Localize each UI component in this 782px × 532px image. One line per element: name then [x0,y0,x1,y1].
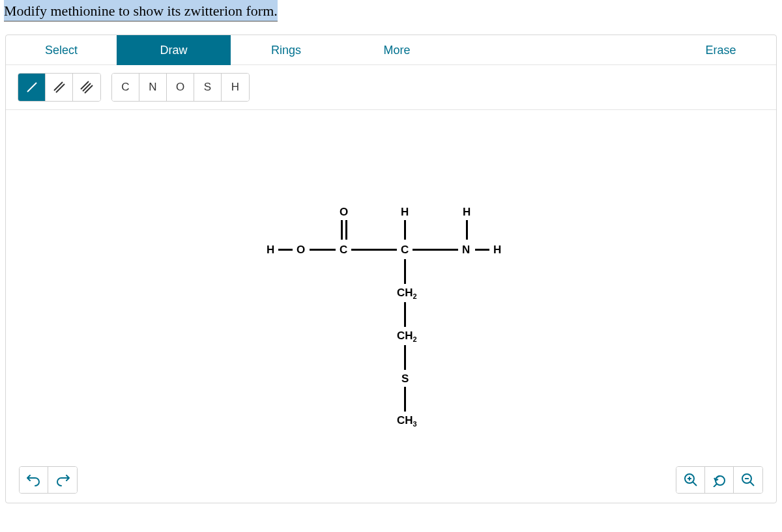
history-controls [19,466,78,494]
undo-button[interactable] [20,467,48,493]
zoom-controls [676,466,763,494]
svg-line-11 [714,484,717,487]
atom-c-button[interactable]: C [112,74,139,101]
svg-line-13 [750,482,754,486]
tab-erase[interactable]: Erase [665,35,776,65]
atom-group: C N O S H [111,73,250,102]
zoom-in-icon [684,473,698,487]
bond [278,249,293,251]
atom-ch3: CH3 [397,414,417,428]
svg-line-0 [27,83,36,92]
svg-line-5 [85,85,93,93]
zoom-reset-button[interactable] [705,467,734,493]
atom-n-button[interactable]: N [139,74,167,101]
atom-ch2-1: CH2 [397,287,417,300]
redo-button[interactable] [48,467,77,493]
zoom-out-button[interactable] [734,467,762,493]
atom-o-button[interactable]: O [167,74,194,101]
bond [404,220,406,240]
atom-h-hydroxyl: H [267,244,274,257]
bond-triple-button[interactable] [73,74,100,101]
svg-line-3 [81,81,89,89]
question-text: Modify methionine to show its zwitterion… [4,0,278,21]
zoom-reset-icon [712,473,727,487]
bond-single-button[interactable] [18,74,46,101]
atom-o-hydroxyl: O [297,244,305,257]
atom-h-n-top: H [463,206,471,219]
atom-h-button[interactable]: H [222,74,249,101]
sub-toolbar: C N O S H [6,65,776,110]
atom-o-carbonyl: O [340,206,348,219]
editor-frame: Select Draw Rings More Erase C N O S H [5,35,777,503]
svg-line-1 [54,82,63,91]
bond [404,387,406,412]
bond-double [345,220,347,240]
bond [413,249,458,251]
zoom-out-icon [741,473,755,487]
bond [475,249,489,251]
atom-s-button[interactable]: S [194,74,222,101]
top-tabs: Select Draw Rings More Erase [6,35,776,65]
atom-c-carboxyl: C [340,244,347,257]
bond [310,249,336,251]
canvas-area[interactable]: H O C C N H O H H CH2 [6,112,776,503]
redo-icon [55,473,70,486]
tab-spacer [452,35,665,64]
atom-n: N [462,244,470,257]
atom-c-alpha: C [401,244,409,257]
bond-double-button[interactable] [46,74,73,101]
atom-s: S [401,372,409,385]
tab-more[interactable]: More [341,35,452,65]
bond [351,249,397,251]
tab-draw[interactable]: Draw [117,35,231,65]
bond-double [341,220,343,240]
bond [466,220,468,240]
svg-line-4 [83,83,91,91]
atom-ch2-2: CH2 [397,329,417,343]
undo-icon [27,473,41,486]
bond [404,302,406,327]
svg-line-7 [693,482,697,486]
bond-group [18,73,101,102]
zoom-in-button[interactable] [676,467,705,493]
tab-select[interactable]: Select [6,35,117,65]
tab-rings[interactable]: Rings [231,35,341,65]
atom-h-alpha: H [401,206,409,219]
bond [404,259,406,284]
bond [404,345,406,370]
atom-h-n-right: H [493,244,501,257]
svg-line-2 [56,84,65,92]
